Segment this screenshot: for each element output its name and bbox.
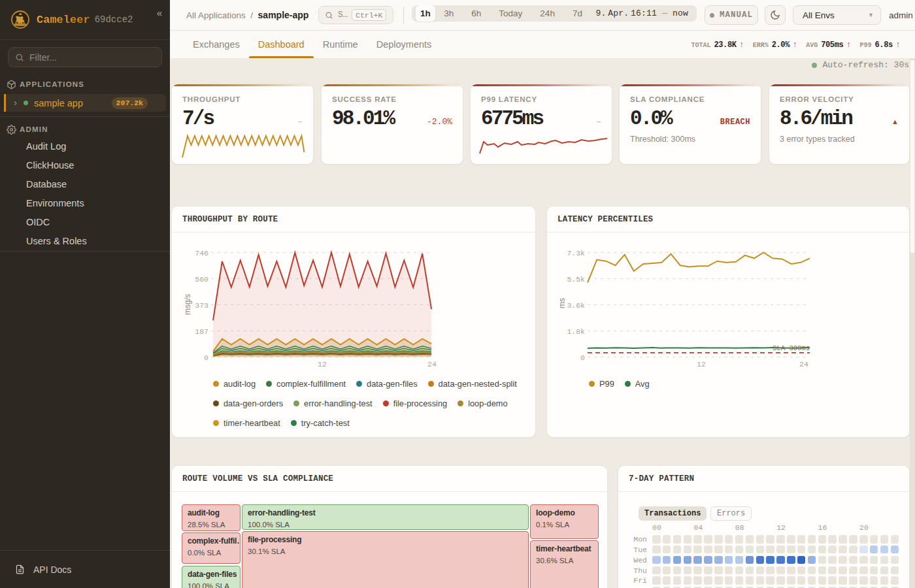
svg-text:12: 12	[697, 360, 706, 368]
svg-text:ms: ms	[557, 298, 567, 308]
svg-text:560: 560	[195, 275, 208, 284]
svg-text:24: 24	[427, 360, 437, 368]
svg-text:msg/s: msg/s	[183, 294, 192, 315]
svg-text:24: 24	[799, 360, 808, 368]
svg-text:3.6k: 3.6k	[567, 301, 585, 310]
svg-text:5.5k: 5.5k	[567, 275, 585, 284]
svg-text:746: 746	[195, 249, 208, 257]
svg-text:187: 187	[195, 327, 208, 336]
svg-text:0: 0	[580, 353, 585, 362]
svg-text:373: 373	[195, 301, 208, 310]
svg-text:0: 0	[204, 353, 208, 362]
svg-text:7.3k: 7.3k	[567, 249, 585, 257]
svg-text:12: 12	[318, 360, 327, 368]
svg-text:1.8k: 1.8k	[567, 327, 585, 336]
